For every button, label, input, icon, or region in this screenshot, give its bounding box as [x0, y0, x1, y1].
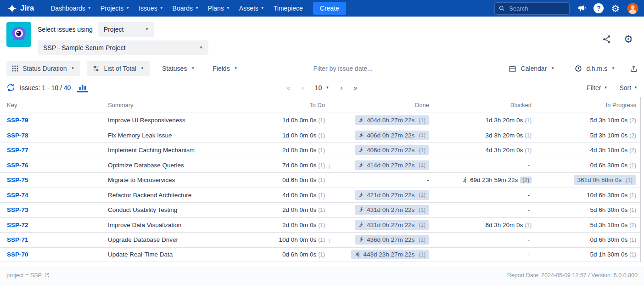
done-duration-badge: 406d 0h 27m 22s(1)	[355, 131, 429, 140]
search-input[interactable]	[508, 5, 566, 12]
issue-key-link[interactable]: SSP-79	[7, 117, 28, 124]
issue-key-link[interactable]: SSP-77	[7, 147, 28, 154]
jql-query-link[interactable]: project = SSP	[6, 272, 50, 279]
done-duration-badge: 431d 0h 27m 22s(1)	[355, 205, 429, 215]
blocked-duration-cell: -	[434, 206, 536, 213]
jira-logo[interactable]: Jira	[7, 4, 34, 13]
date-filter-input[interactable]: Filter by issue date...	[314, 65, 373, 72]
todo-duration: 1d 0h 0m 0s	[282, 117, 316, 124]
done-duration-cell: - -	[330, 177, 434, 183]
time-format-button[interactable]: d.h.m.s ▼	[569, 61, 621, 76]
done-duration-badge: 443d 23h 27m 22s(1)	[351, 250, 429, 259]
next-page-button[interactable]: ›	[340, 84, 342, 91]
issue-summary: Upgrade Database Driver	[101, 236, 223, 243]
inprogress-status-count: (1)	[629, 251, 636, 258]
prev-page-button[interactable]: ‹	[302, 84, 304, 91]
chevron-down-icon: ▼	[195, 6, 199, 10]
inprogress-duration-plain: 10d 6h 30m 0s(1)	[587, 192, 636, 199]
issue-key-cell: SSP-74	[0, 192, 101, 199]
chart-view-toggle[interactable]	[77, 83, 88, 92]
nav-menu-item[interactable]: Projects ▼	[96, 0, 134, 17]
inprogress-duration: 0d 6h 30m 0s	[590, 162, 628, 169]
project-select-dropdown[interactable]: SSP - Sample Scrum Project ▼	[38, 40, 208, 55]
nav-menu-item[interactable]: Timepiece ▼	[269, 0, 308, 17]
nav-menu-item[interactable]: Issues ▼	[134, 0, 168, 17]
chevron-down-icon: ▼	[551, 67, 554, 70]
settings-gear-icon[interactable]: ⚙	[611, 4, 620, 13]
create-button[interactable]: Create	[313, 2, 346, 15]
issue-key-link[interactable]: SSP-75	[7, 177, 28, 183]
todo-duration: 2d 0h 0m 0s	[282, 206, 316, 213]
inprogress-duration: 5d 3h 10m 0s	[590, 117, 628, 124]
issue-key-link[interactable]: SSP-78	[7, 132, 28, 139]
issue-source-fields: Select issues using Project ▼ SSP - Samp…	[38, 22, 208, 55]
blocked-duration: 6d 3h 20m 0s	[486, 222, 523, 228]
view-mode-button[interactable]: Status Duration ▼	[6, 61, 80, 76]
todo-status-count: (1)	[318, 177, 325, 183]
runner-icon	[358, 222, 364, 228]
chevron-down-icon: ▼	[126, 6, 129, 10]
share-icon[interactable]	[602, 34, 611, 44]
nav-menu-item[interactable]: Dashboards ▼	[46, 0, 95, 17]
inprogress-duration-cell: 0d 6h 30m 0s(1) 0d 6h 30m 0s(1)	[536, 162, 641, 169]
done-duration-cell: 414d 0h 27m 22s(1) 414d 0h 27m 22s	[330, 160, 434, 170]
global-search[interactable]	[494, 2, 570, 15]
inprogress-duration-plain: 5d 3h 10m 0s(2)	[590, 222, 636, 228]
table-row: SSP-71 Upgrade Database Driver 10d 0h 0m…	[0, 232, 640, 247]
issue-key-link[interactable]: SSP-74	[7, 192, 28, 199]
sort-button[interactable]: Sort ▼	[619, 84, 638, 91]
runner-icon	[358, 147, 364, 153]
mode-value: Project	[104, 26, 124, 33]
blocked-status-count: (1)	[525, 147, 532, 154]
issue-source-mode-dropdown[interactable]: Project ▼	[98, 22, 154, 37]
aggregation-button[interactable]: List of Total ▼	[87, 61, 149, 76]
user-avatar[interactable]	[627, 3, 638, 14]
nav-menu-item[interactable]: Assets ▼	[235, 0, 269, 17]
export-icon[interactable]	[630, 65, 638, 73]
issue-key-link[interactable]: SSP-71	[7, 236, 28, 243]
issue-key-cell: SSP-78	[0, 132, 101, 139]
issue-key-link[interactable]: SSP-76	[7, 162, 28, 169]
done-status-count: (1)	[419, 192, 426, 198]
report-header: Select issues using Project ▼ SSP - Samp…	[0, 17, 644, 59]
nav-menu: Dashboards ▼ Projects ▼ Issues ▼ Boards …	[46, 0, 308, 17]
inprogress-status-count: (1)	[629, 162, 636, 169]
table-body: SSP-79 Improve UI Responsiveness 1d 0h 0…	[0, 113, 640, 262]
inprogress-duration-cell: 5d 1h 30m 0s(1) 5d 1h 30m 0s(1)	[536, 251, 641, 258]
issue-key-link[interactable]: SSP-70	[7, 251, 28, 258]
first-page-button[interactable]: «	[286, 84, 290, 91]
blocked-duration: -	[528, 192, 530, 199]
todo-duration-cell: 1d 0h 0m 0s(1)	[223, 132, 330, 139]
nav-menu-item[interactable]: Boards ▼	[168, 0, 203, 17]
todo-status-count: (1)	[318, 162, 325, 169]
blocked-duration-cell: 1d 3h 20m 0s(1)	[434, 117, 536, 124]
done-duration-cell: 436d 0h 27m 22s(1) 436d 0h 27m 22s	[330, 235, 434, 245]
announcements-icon[interactable]	[577, 4, 586, 13]
fields-button[interactable]: Fields ▼	[207, 61, 243, 76]
statuses-button[interactable]: Statuses ▼	[157, 61, 200, 76]
calendar-button[interactable]: Calendar ▼	[503, 61, 560, 76]
jira-logo-icon	[7, 4, 17, 13]
page-size-dropdown[interactable]: 10 ▼	[315, 84, 330, 91]
filter-button[interactable]: Filter ▼	[587, 84, 607, 91]
last-page-button[interactable]: »	[353, 84, 357, 91]
done-duration: 406d 0h 27m 22s	[367, 147, 414, 154]
blocked-duration: 3d 3h 20m 0s	[486, 132, 523, 139]
report-settings-gear-icon[interactable]: ⚙	[623, 34, 633, 45]
issue-key-link[interactable]: SSP-73	[7, 206, 28, 213]
issue-key-cell: SSP-70	[0, 251, 101, 258]
inprogress-status-count: (1)	[629, 192, 636, 199]
inprogress-status-count: (2)	[629, 222, 636, 228]
todo-duration: 2d 0h 0m 0s	[282, 222, 316, 228]
chevron-down-icon: ▼	[226, 6, 230, 10]
issue-key-link[interactable]: SSP-72	[7, 222, 28, 228]
help-icon[interactable]: ?	[594, 3, 604, 13]
todo-duration-cell: 10d 0h 0m 0s(1)	[223, 236, 330, 243]
page-size-value: 10	[315, 84, 322, 91]
refresh-icon[interactable]	[6, 83, 15, 92]
issue-key-cell: SSP-77	[0, 147, 101, 154]
done-duration-cell: 431d 0h 27m 22s(1) 431d 0h 27m 22s	[330, 205, 434, 215]
nav-menu-item[interactable]: Plans ▼	[203, 0, 235, 17]
inprogress-duration-cell: 5d 3h 10m 0s(2) 5d 3h 10m 0s(2)	[536, 132, 641, 139]
blocked-duration: -	[528, 162, 530, 169]
